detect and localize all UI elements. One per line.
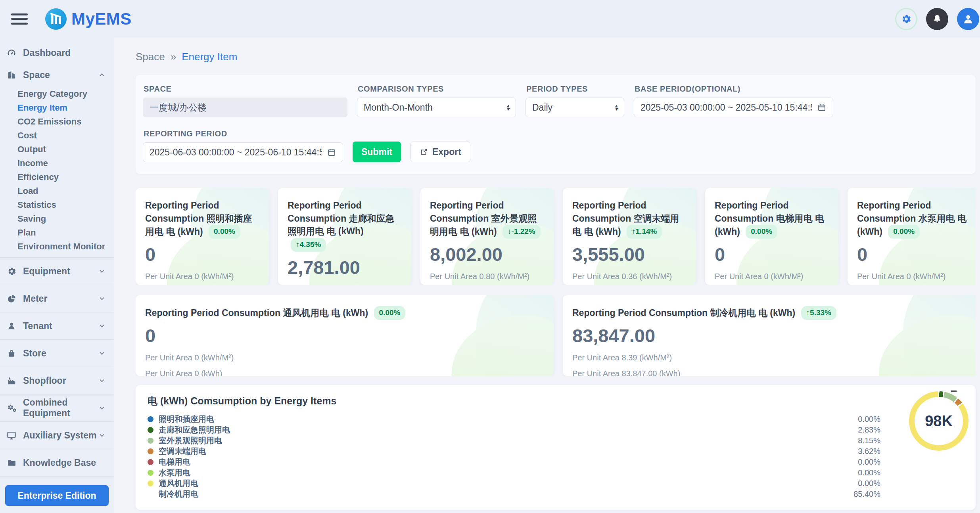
legend-item[interactable]: 照明和插座用电 0.00% (148, 414, 880, 425)
sidebar-item-environment-monitor[interactable]: Environment Monitor (0, 239, 114, 253)
factory-icon (6, 376, 17, 386)
breadcrumb-current[interactable]: Energy Item (182, 51, 237, 63)
sidebar-item-co2-emissions[interactable]: CO2 Emissions (0, 115, 114, 128)
kpi-change-badge: 0.00% (746, 225, 777, 239)
shopping-bag-icon (6, 348, 17, 358)
donut-chart: 98K (909, 391, 968, 451)
sidebar-item-label: Space (23, 70, 50, 80)
legend-percent: 0.00% (858, 468, 880, 477)
sidebar-item-energy-item[interactable]: Energy Item (0, 101, 114, 115)
building-icon (6, 70, 17, 80)
legend-dot (148, 480, 153, 486)
reporting-period-input[interactable]: 2025-06-03 00:00:00 ~ 2025-06-10 15:44:5… (143, 142, 343, 162)
space-label: SPACE (144, 84, 347, 94)
kpi-change-badge: ↓-1.22% (502, 225, 541, 239)
sidebar-item-energy-category[interactable]: Energy Category (0, 87, 114, 101)
kpi-card: Reporting Period Consumption 制冷机用电 电 (kW… (563, 295, 976, 376)
kpi-title: Reporting Period Consumption 通风机用电 电 (kW… (145, 308, 368, 318)
kpi-change-badge: 0.00% (209, 225, 240, 239)
legend-label: 空调末端用电 (159, 446, 206, 457)
legend-item[interactable]: 电梯用电 0.00% (148, 457, 880, 467)
monitor-icon (6, 430, 17, 440)
kpi-value: 0 (715, 243, 829, 265)
sidebar-item-load[interactable]: Load (0, 184, 114, 198)
sidebar-item-label: Knowledge Base (23, 457, 96, 468)
brand-wordmark: MyEMS (71, 10, 132, 29)
select-arrows-icon: ▴▾ (615, 104, 618, 111)
legend-label: 走廊和应急照明用电 (159, 425, 230, 435)
legend-percent: 8.15% (858, 436, 880, 445)
space-submenu: Energy Category Energy Item CO2 Emission… (0, 86, 114, 257)
reporting-period-value: 2025-06-03 00:00:00 ~ 2025-06-10 15:44:5… (150, 147, 322, 158)
kpi-per-unit-area-m2: Per Unit Area 0 (kWh/M²) (715, 272, 829, 281)
kpi-cards-row-2: Reporting Period Consumption 通风机用电 电 (kW… (136, 295, 976, 376)
filter-panel: SPACE 一度城/办公楼 COMPARISON TYPES Month-On-… (136, 75, 976, 174)
sidebar-item-tenant[interactable]: Tenant (0, 312, 114, 339)
base-period-label: BASE PERIOD(OPTIONAL) (635, 84, 833, 94)
kpi-title: Reporting Period Consumption 制冷机用电 电 (kW… (572, 308, 795, 318)
export-button-label: Export (432, 147, 461, 157)
sidebar-item-knowledge-base[interactable]: Knowledge Base (0, 449, 114, 476)
legend-dot (148, 491, 153, 497)
chevron-down-icon (98, 295, 106, 302)
settings-button[interactable] (895, 8, 917, 30)
period-types-select[interactable]: Daily ▴▾ (525, 98, 624, 117)
sidebar-item-auxiliary-system[interactable]: Auxiliary System (0, 422, 114, 449)
legend-item[interactable]: 水泵用电 0.00% (148, 467, 880, 478)
submit-button[interactable]: Submit (353, 142, 401, 162)
kpi-title: Reporting Period Consumption 走廊和应急照明用电 电… (288, 200, 395, 236)
kpi-per-unit-area-m2: Per Unit Area 0 (kWh/M²) (145, 272, 259, 281)
legend-label: 水泵用电 (159, 467, 190, 478)
sidebar-item-combined-equipment[interactable]: Combined Equipment (0, 394, 114, 421)
legend-item[interactable]: 室外景观照明用电 8.15% (148, 435, 880, 446)
kpi-per-unit-area: Per Unit Area 0 (kWh) (145, 369, 544, 376)
brand-logo[interactable]: MyEMS (45, 8, 132, 30)
legend-item[interactable]: 通风机用电 0.00% (148, 478, 880, 489)
sidebar-item-income[interactable]: Income (0, 156, 114, 170)
breadcrumb: Space » Energy Item (136, 50, 976, 64)
hamburger-icon[interactable] (10, 13, 29, 25)
sidebar-item-meter[interactable]: Meter (0, 285, 114, 312)
sidebar-item-shopfloor[interactable]: Shopfloor (0, 367, 114, 394)
legend-dot (148, 427, 153, 433)
divider (0, 476, 114, 477)
kpi-card: Reporting Period Consumption 电梯用电 电 (kWh… (705, 188, 838, 285)
sidebar-item-label: Combined Equipment (23, 397, 98, 419)
sidebar-item-label: Auxiliary System (23, 430, 96, 441)
legend-item[interactable]: 空调末端用电 3.62% (148, 446, 880, 457)
legend-percent: 2.83% (858, 425, 880, 435)
export-button[interactable]: Export (410, 142, 470, 162)
sidebar-item-output[interactable]: Output (0, 142, 114, 156)
person-icon (962, 13, 974, 25)
sidebar-item-plan[interactable]: Plan (0, 226, 114, 239)
comparison-types-label: COMPARISON TYPES (358, 84, 516, 94)
legend-item[interactable]: 走廊和应急照明用电 2.83% (148, 425, 880, 435)
kpi-change-badge: ↑1.14% (627, 225, 662, 239)
legend-item[interactable]: 制冷机用电 85.40% (148, 489, 880, 500)
user-avatar[interactable] (957, 8, 979, 30)
sidebar-item-saving[interactable]: Saving (0, 212, 114, 226)
sidebar-item-cost[interactable]: Cost (0, 128, 114, 142)
chevron-up-icon (98, 71, 106, 79)
kpi-title: Reporting Period Consumption 空调末端用电 电 (k… (572, 200, 679, 237)
sidebar-item-equipment[interactable]: Equipment (0, 258, 114, 285)
person-icon (6, 321, 17, 331)
sidebar-item-space[interactable]: Space (0, 64, 114, 86)
comparison-types-select[interactable]: Month-On-Month ▴▾ (357, 98, 516, 117)
sidebar-item-dashboard[interactable]: Dashboard (0, 42, 114, 64)
space-input[interactable]: 一度城/办公楼 (143, 98, 347, 117)
enterprise-edition-button[interactable]: Enterprise Edition (5, 485, 109, 506)
base-period-input[interactable]: 2025-05-03 00:00:00 ~ 2025-05-10 15:44:5… (634, 98, 833, 117)
calendar-icon (327, 147, 336, 157)
period-types-label: PERIOD TYPES (526, 84, 624, 94)
legend-percent: 0.00% (858, 415, 880, 424)
sidebar-item-statistics[interactable]: Statistics (0, 198, 114, 212)
sidebar-item-efficiency[interactable]: Efficiency (0, 170, 114, 184)
chevron-down-icon (98, 404, 106, 412)
kpi-per-unit-area-m2: Per Unit Area 8.39 (kWh/M²) (572, 353, 971, 362)
notifications-button[interactable] (926, 8, 948, 30)
breadcrumb-parent[interactable]: Space (136, 51, 165, 63)
legend-dot (148, 416, 153, 422)
sidebar-item-store[interactable]: Store (0, 340, 114, 367)
kpi-change-badge: 0.00% (888, 225, 920, 239)
